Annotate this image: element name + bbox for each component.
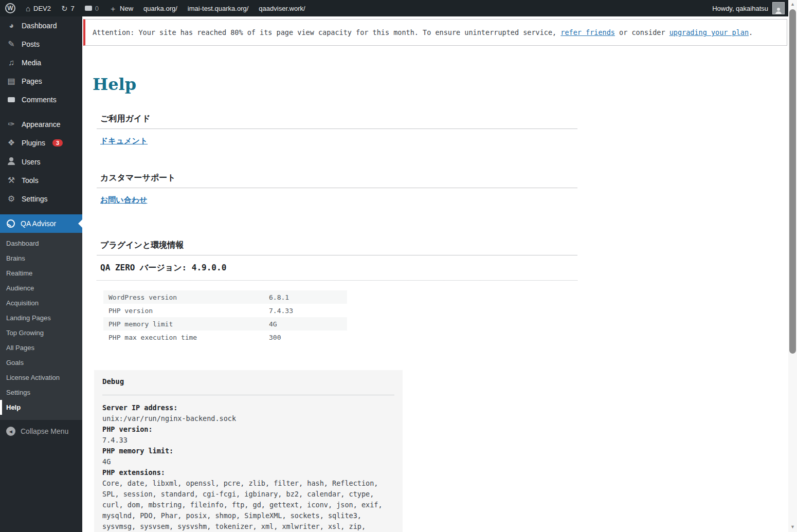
scroll-down-arrow-icon[interactable]: ▼ <box>788 523 797 531</box>
admin-sidebar: ◕ Dashboard ✎ Posts ♫ Media ▤ Pages Comm… <box>0 16 82 532</box>
table-row: PHP version 7.4.33 <box>103 304 347 317</box>
plugins-icon: ❖ <box>6 139 16 147</box>
new-content-menu[interactable]: ＋ New <box>104 0 138 16</box>
collapse-menu-button[interactable]: ◄ Collapse Menu <box>0 421 82 442</box>
env-label: WordPress version <box>103 290 264 304</box>
updates-icon: ↻ <box>61 5 68 12</box>
env-value: 4G <box>264 317 347 331</box>
updates-count: 7 <box>71 5 75 12</box>
comments-menu[interactable]: 0 <box>80 0 104 16</box>
account-menu[interactable]: Howdy, qakaihatsu <box>712 2 797 14</box>
submenu-item-audience[interactable]: Audience <box>0 281 82 296</box>
sidebar-item-media[interactable]: ♫ Media <box>0 53 82 72</box>
settings-icon: ⚙ <box>6 195 16 203</box>
debug-value: Core, date, libxml, openssl, pcre, zlib,… <box>102 478 394 532</box>
sidebar-item-label: Settings <box>22 195 48 203</box>
page-scrollbar[interactable]: ▲ ▼ <box>788 0 797 532</box>
submenu-item-brains[interactable]: Brains <box>0 251 82 266</box>
upgrade-plan-link[interactable]: upgrading your plan <box>669 28 749 36</box>
users-icon <box>6 157 16 166</box>
pages-icon: ▤ <box>6 77 16 85</box>
plugins-update-badge: 3 <box>52 139 63 146</box>
submenu-item-realtime[interactable]: Realtime <box>0 266 82 281</box>
sidebar-item-label: Plugins <box>22 139 45 147</box>
env-label: PHP memory limit <box>103 317 264 331</box>
sidebar-item-dashboard[interactable]: ◕ Dashboard <box>0 16 82 35</box>
environment-table: WordPress version 6.8.1 PHP version 7.4.… <box>103 290 347 344</box>
appearance-icon: ✑ <box>6 120 16 129</box>
documentation-link[interactable]: ドキュメント <box>100 136 148 146</box>
submenu-item-top-growing[interactable]: Top Growing <box>0 325 82 340</box>
sidebar-item-comments[interactable]: Comments <box>0 90 82 109</box>
support-section-heading: カスタマーサポート <box>97 173 577 188</box>
submenu-item-all-pages[interactable]: All Pages <box>0 340 82 355</box>
table-row: PHP max execution time 300 <box>103 331 347 344</box>
notice-text: . <box>749 28 753 36</box>
capacity-notice: Attention: Your site has reached 80% of … <box>83 19 787 46</box>
qa-advisor-submenu: Dashboard Brains Realtime Audience Acqui… <box>0 233 82 420</box>
table-row: WordPress version 6.8.1 <box>103 290 347 304</box>
sidebar-item-label: Dashboard <box>22 22 57 30</box>
dashboard-icon: ◕ <box>6 22 16 30</box>
comments-count: 0 <box>95 5 99 12</box>
wordpress-logo-icon: W <box>5 3 15 13</box>
sidebar-item-plugins[interactable]: ❖ Plugins 3 <box>0 134 82 152</box>
sidebar-item-users[interactable]: Users <box>0 152 82 171</box>
sidebar-item-label: Media <box>22 59 41 67</box>
env-value: 300 <box>264 331 347 344</box>
menu-separator <box>0 109 82 115</box>
debug-label: PHP version: <box>102 424 394 435</box>
new-label: New <box>120 5 133 12</box>
site-link-imai-test[interactable]: imai-test.quarka.org/ <box>183 0 254 16</box>
table-row: PHP memory limit 4G <box>103 317 347 331</box>
submenu-item-dashboard[interactable]: Dashboard <box>0 236 82 251</box>
scroll-up-arrow-icon[interactable]: ▲ <box>788 0 797 8</box>
qa-advisor-icon <box>6 219 15 228</box>
debug-value: unix:/var/run/nginx-backend.sock <box>102 413 394 424</box>
media-icon: ♫ <box>6 59 16 67</box>
menu-separator <box>0 208 82 214</box>
wordpress-menu[interactable]: W <box>0 0 21 16</box>
sidebar-item-posts[interactable]: ✎ Posts <box>0 35 82 53</box>
tools-icon: ⚒ <box>6 176 16 185</box>
notice-text: Attention: Your site has reached 80% of … <box>93 28 560 36</box>
submenu-item-landing-pages[interactable]: Landing Pages <box>0 310 82 325</box>
contact-link[interactable]: お問い合わせ <box>100 195 147 205</box>
help-page: Help ご利用ガイド ドキュメント カスタマーサポート お問い合わせ プラグイ… <box>82 46 788 532</box>
env-label: PHP max execution time <box>103 331 264 344</box>
sidebar-item-appearance[interactable]: ✑ Appearance <box>0 115 82 134</box>
submenu-item-help[interactable]: Help <box>0 400 82 415</box>
site-link-qaadviser[interactable]: qaadviser.work/ <box>253 0 310 16</box>
site-name-menu[interactable]: ⌂ DEV2 <box>21 0 56 16</box>
content-area: Attention: Your site has reached 80% of … <box>82 16 788 532</box>
submenu-item-settings[interactable]: Settings <box>0 385 82 400</box>
notice-text: or consider <box>615 28 669 36</box>
home-icon: ⌂ <box>26 5 30 12</box>
environment-section-heading: プラグインと環境情報 <box>97 240 577 255</box>
site-link-label: qaadviser.work/ <box>259 5 305 12</box>
sidebar-item-label: Pages <box>22 77 42 85</box>
env-label: PHP version <box>103 304 264 317</box>
site-link-label: quarka.org/ <box>143 5 177 12</box>
submenu-item-goals[interactable]: Goals <box>0 355 82 370</box>
debug-label: PHP extensions: <box>102 467 394 478</box>
sidebar-item-label: Appearance <box>22 120 61 129</box>
sidebar-item-pages[interactable]: ▤ Pages <box>0 72 82 90</box>
sidebar-item-qa-advisor[interactable]: QA Advisor <box>0 214 82 233</box>
submenu-item-acquisition[interactable]: Acquisition <box>0 296 82 310</box>
page-title: Help <box>93 75 788 94</box>
submenu-item-license-activation[interactable]: License Activation <box>0 370 82 385</box>
site-link-quarka[interactable]: quarka.org/ <box>138 0 183 16</box>
posts-icon: ✎ <box>6 40 16 48</box>
scrollbar-thumb[interactable] <box>789 9 796 354</box>
admin-bar: W ⌂ DEV2 ↻ 7 0 ＋ New quarka.org/ imai-te… <box>0 0 797 16</box>
plus-icon: ＋ <box>109 5 117 12</box>
refer-friends-link[interactable]: refer friends <box>560 28 615 36</box>
debug-card: Debug Server IP address: unix:/var/run/n… <box>94 370 403 532</box>
howdy-label: Howdy, qakaihatsu <box>712 5 768 12</box>
updates-menu[interactable]: ↻ 7 <box>56 0 80 16</box>
collapse-menu-label: Collapse Menu <box>21 427 68 435</box>
debug-label: PHP memory limit: <box>102 446 394 456</box>
sidebar-item-tools[interactable]: ⚒ Tools <box>0 171 82 190</box>
sidebar-item-settings[interactable]: ⚙ Settings <box>0 190 82 208</box>
